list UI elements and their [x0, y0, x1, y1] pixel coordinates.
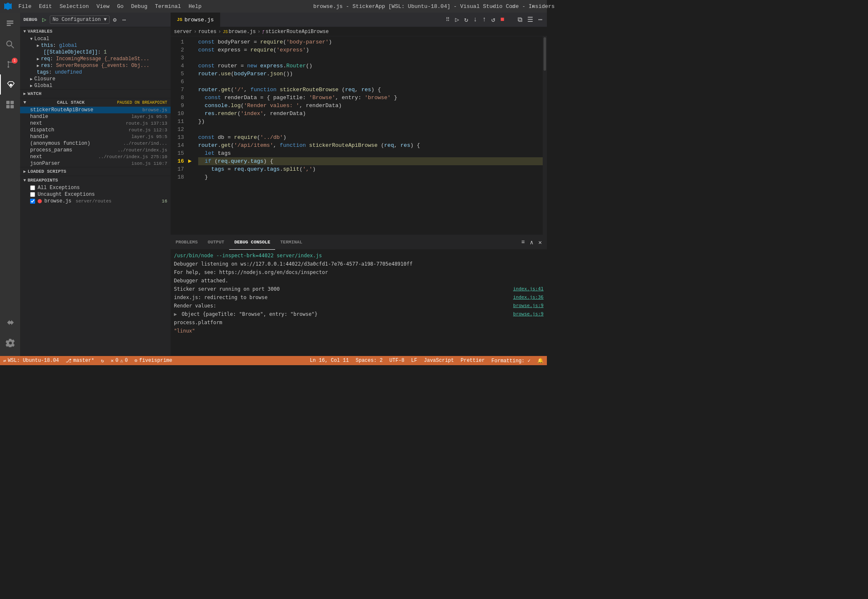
code-line-3	[198, 54, 543, 62]
console-link-4[interactable]: index.js:41	[513, 285, 544, 293]
debug-gear-icon[interactable]: ⚙	[111, 15, 118, 24]
status-encoding[interactable]: UTF-8	[386, 356, 408, 365]
menu-file[interactable]: File	[15, 3, 35, 10]
var-res[interactable]: ▶ res: ServerResponse {_events: Obj...	[20, 62, 171, 69]
scrollbar-thumb[interactable]	[544, 37, 546, 71]
status-branch[interactable]: ⎇ master*	[62, 356, 97, 365]
call-stack-item-2[interactable]: next route.js 137:13	[20, 120, 171, 127]
menu-terminal[interactable]: Terminal	[152, 3, 184, 10]
breadcrumb-file[interactable]: JSbrowse.js	[223, 29, 256, 35]
status-language[interactable]: JavaScript	[421, 356, 457, 365]
call-stack-item-0[interactable]: stickerRouteApiBrowse browse.js	[20, 107, 171, 113]
activity-settings[interactable]	[0, 333, 20, 353]
status-formatting[interactable]: Formatting: ✓	[488, 356, 534, 365]
activity-debug[interactable]	[0, 74, 20, 95]
status-wsl[interactable]: ⇌ WSL: Ubuntu-18.04	[0, 356, 62, 365]
activity-search[interactable]	[0, 34, 20, 54]
svg-rect-10	[10, 101, 14, 104]
bp-all-exceptions-check[interactable]	[30, 185, 35, 190]
code-line-14: router.get('/api/items', function sticke…	[198, 141, 543, 149]
call-stack-item-4[interactable]: handle layer.js 95:5	[20, 133, 171, 140]
code-line-18: }	[198, 173, 543, 181]
status-bell[interactable]: 🔔	[534, 356, 547, 365]
breadcrumb-routes[interactable]: routes	[198, 29, 216, 35]
activity-git[interactable]: 1	[0, 54, 20, 74]
svg-point-5	[8, 66, 9, 68]
debug-step-over-button[interactable]: ↻	[463, 14, 470, 25]
breadcrumb-server[interactable]: server	[174, 29, 192, 35]
loaded-scripts-header[interactable]: ▶ LOADED SCRIPTS	[20, 167, 171, 176]
console-link-7[interactable]: browse.js:9	[513, 310, 544, 318]
toggle-sidebar-icon[interactable]: ☰	[526, 14, 534, 25]
tab-debug-console[interactable]: DEBUG CONSOLE	[229, 235, 275, 250]
status-spaces[interactable]: Spaces: 2	[352, 356, 386, 365]
activity-extensions[interactable]	[0, 95, 20, 115]
console-line-9: "linux"	[171, 327, 547, 335]
editor-scrollbar[interactable]	[543, 36, 547, 235]
expand-icon[interactable]: ▶	[174, 311, 177, 317]
var-stable-id[interactable]: [[StableObjectId]]: 1	[20, 49, 171, 56]
console-line-0: /usr/bin/node --inspect-brk=44022 server…	[171, 251, 547, 260]
menu-debug[interactable]: Debug	[128, 3, 151, 10]
debug-stop-button[interactable]: ■	[499, 15, 506, 25]
menu-help[interactable]: Help	[185, 3, 205, 10]
breakpoints-header[interactable]: ▼ BREAKPOINTS	[20, 176, 171, 184]
local-section[interactable]: ▼ Local	[20, 36, 171, 42]
activity-explorer[interactable]	[0, 14, 20, 34]
closure-section[interactable]: ▶ Closure	[20, 76, 171, 82]
debug-restart-button[interactable]: ↺	[490, 14, 497, 25]
code-line-2: const express = require('express')	[198, 46, 543, 54]
status-sync[interactable]: ↻	[97, 356, 107, 365]
status-errors[interactable]: ✕ 0 ⚠ 0	[107, 356, 131, 365]
debug-start-button[interactable]: ▷	[41, 15, 48, 25]
code-editor[interactable]: 1 2 3 4 5 6 7 8 9 10 11 12 13 14 15 16 1	[171, 36, 547, 235]
code-line-5: router.use(bodyParser.json())	[198, 70, 543, 78]
call-stack-item-6[interactable]: process_params ../router/index.js	[20, 147, 171, 154]
split-editor-icon[interactable]: ⧉	[516, 15, 523, 25]
console-link-6[interactable]: browse.js:9	[513, 302, 544, 310]
debug-continue-button[interactable]: ▷	[454, 14, 461, 25]
call-stack-item-8[interactable]: jsonParser ison.js 110:7	[20, 160, 171, 167]
variables-header[interactable]: ▼ VARIABLES	[20, 27, 171, 36]
breadcrumb-function[interactable]: ƒstickerRouteApiBrowse	[262, 29, 329, 35]
activity-remote[interactable]	[0, 312, 20, 333]
debug-more-icon[interactable]: ⋯	[121, 15, 128, 24]
panel: PROBLEMS OUTPUT DEBUG CONSOLE TERMINAL ≡…	[171, 235, 547, 356]
debug-step-into-button[interactable]: ↓	[472, 15, 479, 25]
var-req[interactable]: ▶ req: IncomingMessage {_readableSt...	[20, 56, 171, 62]
console-link-5[interactable]: index.js:36	[513, 294, 544, 301]
collapse-panel-icon[interactable]: ∧	[528, 238, 535, 247]
menu-view[interactable]: View	[93, 3, 113, 10]
debug-console-content[interactable]: /usr/bin/node --inspect-brk=44022 server…	[171, 250, 547, 356]
global-section[interactable]: ▶ Global	[20, 82, 171, 89]
status-github[interactable]: ⊙ fiveisprime	[131, 356, 176, 365]
watch-header[interactable]: ▶ WATCH	[20, 90, 171, 98]
tab-terminal[interactable]: TERMINAL	[275, 235, 307, 250]
status-eol[interactable]: LF	[408, 356, 420, 365]
editor-tab-browse-js[interactable]: JS browse.js	[171, 13, 220, 27]
bp-browse-js-check[interactable]	[30, 199, 35, 204]
console-line-5: index.js: redirecting to browse index.js…	[171, 293, 547, 302]
menu-selection[interactable]: Selection	[56, 3, 92, 10]
more-actions-icon[interactable]: ⋯	[537, 14, 544, 25]
status-position[interactable]: Ln 16, Col 11	[306, 356, 352, 365]
debug-step-out-button[interactable]: ↑	[481, 15, 488, 25]
close-panel-icon[interactable]: ✕	[537, 238, 544, 247]
bp-uncaught-exceptions-check[interactable]	[30, 192, 35, 197]
debug-config-dropdown[interactable]: No Configuration ▼	[50, 15, 110, 24]
var-tags[interactable]: tags: undefined	[20, 69, 171, 76]
tab-output[interactable]: OUTPUT	[203, 235, 230, 250]
status-formatter[interactable]: Prettier	[457, 356, 488, 365]
code-content[interactable]: const bodyParser = require('body-parser'…	[195, 36, 543, 235]
call-stack-header[interactable]: ▼ CALL STACK PAUSED ON BREAKPOINT	[20, 98, 171, 107]
var-this[interactable]: ▶ this: global	[20, 42, 171, 49]
tab-problems[interactable]: PROBLEMS	[171, 235, 203, 250]
call-stack-item-3[interactable]: dispatch route.js 112:3	[20, 127, 171, 133]
menu-edit[interactable]: Edit	[36, 3, 55, 10]
filter-icon[interactable]: ≡	[520, 238, 526, 246]
svg-rect-0	[7, 20, 13, 22]
menu-go[interactable]: Go	[114, 3, 127, 10]
call-stack-item-1[interactable]: handle layer.js 95:5	[20, 113, 171, 120]
call-stack-item-5[interactable]: (anonymous function) ../router/ind...	[20, 140, 171, 147]
call-stack-item-7[interactable]: next ../router/index.js 275:10	[20, 154, 171, 160]
